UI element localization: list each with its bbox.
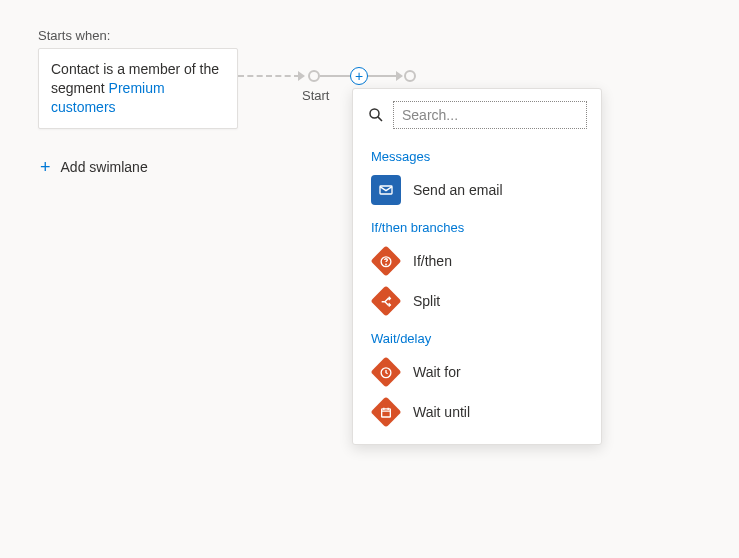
search-icon (367, 106, 385, 124)
add-swimlane-label: Add swimlane (61, 159, 148, 175)
starts-when-label: Starts when: (38, 28, 110, 43)
connector-solid-arrow (396, 71, 403, 81)
connector-dashed (238, 75, 300, 77)
svg-point-4 (386, 263, 387, 264)
action-label: Send an email (413, 182, 503, 198)
action-item-wait-for[interactable]: Wait for (353, 352, 597, 392)
group-label: Wait/delay (353, 321, 597, 352)
end-node[interactable] (404, 70, 416, 82)
start-node[interactable] (308, 70, 320, 82)
group-label: Messages (353, 139, 597, 170)
action-picker-popup: MessagesSend an emailIf/then branchesIf/… (352, 88, 602, 445)
group-label: If/then branches (353, 210, 597, 241)
connector-solid (368, 75, 398, 77)
action-item-send-email[interactable]: Send an email (353, 170, 597, 210)
connector-dashed-arrow (298, 71, 305, 81)
connector-solid (320, 75, 350, 77)
svg-rect-6 (382, 408, 391, 416)
svg-point-0 (370, 109, 379, 118)
plus-icon: + (40, 158, 51, 176)
svg-line-1 (378, 117, 382, 121)
trigger-card[interactable]: Contact is a member of the segment Premi… (38, 48, 238, 129)
action-item-wait-until[interactable]: Wait until (353, 392, 597, 432)
calendar-icon (371, 397, 401, 427)
split-icon (371, 286, 401, 316)
clock-icon (371, 357, 401, 387)
action-label: Wait for (413, 364, 461, 380)
action-label: If/then (413, 253, 452, 269)
action-label: Split (413, 293, 440, 309)
action-item-split[interactable]: Split (353, 281, 597, 321)
action-label: Wait until (413, 404, 470, 420)
search-row (353, 101, 601, 139)
add-swimlane-button[interactable]: + Add swimlane (40, 158, 148, 176)
action-list[interactable]: MessagesSend an emailIf/then branchesIf/… (353, 139, 601, 432)
mail-icon (371, 175, 401, 205)
start-label: Start (302, 88, 329, 103)
search-input[interactable] (393, 101, 587, 129)
question-icon (371, 246, 401, 276)
add-step-button[interactable]: + (350, 67, 368, 85)
action-item-if-then[interactable]: If/then (353, 241, 597, 281)
